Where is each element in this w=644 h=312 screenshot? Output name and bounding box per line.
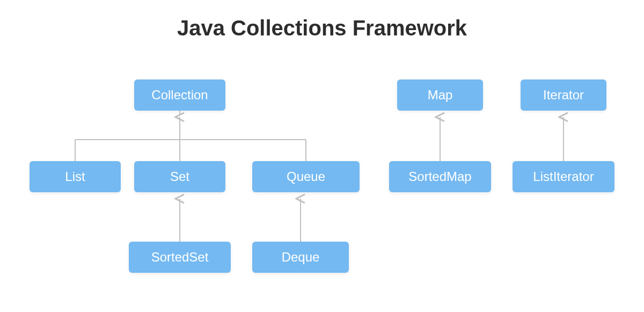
node-list: List [30, 161, 121, 192]
node-collection: Collection [134, 79, 225, 111]
node-set: Set [134, 161, 225, 192]
node-sortedset: SortedSet [129, 242, 231, 273]
node-queue: Queue [252, 161, 360, 192]
node-listiterator: ListIterator [513, 161, 614, 192]
node-sortedmap: SortedMap [389, 161, 491, 192]
node-map: Map [397, 79, 483, 111]
node-deque: Deque [252, 242, 349, 273]
node-iterator: Iterator [521, 79, 606, 111]
diagram-title: Java Collections Framework [0, 16, 644, 40]
